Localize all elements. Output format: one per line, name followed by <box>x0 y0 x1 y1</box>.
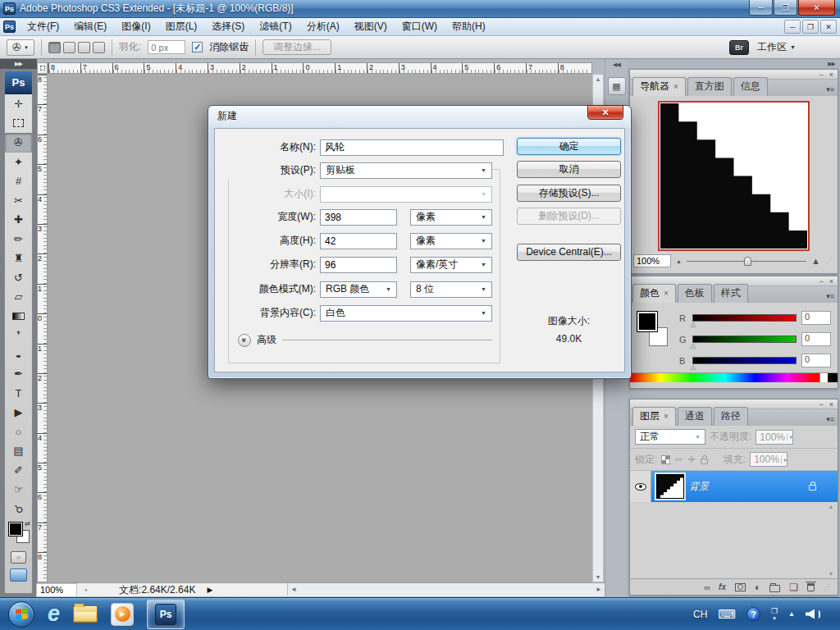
photoshop-taskbar-button[interactable]: Ps <box>147 600 185 629</box>
channel-slider[interactable]: △ <box>692 336 797 343</box>
eye-icon[interactable] <box>635 483 646 491</box>
menu-item[interactable]: 分析(A) <box>299 17 347 36</box>
maximize-button[interactable]: ❐ <box>774 0 797 16</box>
scroll-down-icon[interactable]: ▼ <box>596 574 601 580</box>
lock-transparency-icon[interactable] <box>661 455 670 464</box>
layer-list-empty-area[interactable]: ▲ ▼ <box>630 502 838 578</box>
tab-close-icon[interactable]: × <box>664 289 669 298</box>
pen-tool[interactable]: ✒ <box>5 364 32 384</box>
name-input[interactable] <box>320 139 504 156</box>
status-zoom-input[interactable] <box>37 584 76 596</box>
doc-minimize-button[interactable]: ─ <box>784 20 801 34</box>
slider-thumb-icon[interactable]: △ <box>691 321 696 328</box>
move-tool[interactable]: ✛ <box>5 94 32 114</box>
blur-tool[interactable]: ❜ <box>5 326 32 345</box>
collapse-dock-icon[interactable]: ◀◀ <box>605 59 628 71</box>
collapse-toolbar-icon[interactable]: ▶▶ <box>0 59 37 69</box>
panel-minimize-icon[interactable]: − <box>819 400 823 409</box>
dialog-close-button[interactable]: ✕ <box>587 105 623 120</box>
input-method-indicator[interactable]: CH <box>693 609 707 620</box>
spectrum-white-chip[interactable] <box>819 373 828 382</box>
clone-stamp-tool[interactable]: ♜ <box>5 249 32 268</box>
keyboard-icon[interactable]: ⌨ <box>718 607 736 622</box>
feather-input[interactable] <box>148 40 185 54</box>
healing-brush-tool[interactable]: ✚ <box>5 210 32 230</box>
eyedropper-tool[interactable]: ✐ <box>5 461 32 481</box>
path-selection-tool[interactable]: ▶ <box>5 403 32 422</box>
panel-minimize-icon[interactable]: − <box>819 277 823 285</box>
tab-channels[interactable]: 通道 <box>678 407 712 426</box>
panel-menu-icon[interactable]: ▾≡ <box>826 415 834 423</box>
background-contents-select[interactable]: 白色 ▼ <box>320 305 492 322</box>
width-input[interactable] <box>320 209 397 226</box>
menu-item[interactable]: 文件(F) <box>20 17 66 36</box>
horizontal-ruler[interactable]: 8 7 6 5 4 3 2 1 0 1 2 3 4 5 6 7 8 <box>48 62 592 74</box>
menu-item[interactable]: 图层(L) <box>158 17 205 36</box>
minimize-button[interactable]: ─ <box>749 0 773 16</box>
panel-resize-grip[interactable]: ⋰ <box>825 258 833 265</box>
scroll-up-icon[interactable]: ▲ <box>829 504 834 509</box>
slider-thumb-icon[interactable]: △ <box>691 342 696 349</box>
panel-menu-icon[interactable]: ▾≡ <box>826 85 834 94</box>
tab-info[interactable]: 信息 <box>733 77 768 96</box>
zoom-tool[interactable]: ⚲ <box>5 500 32 519</box>
quick-mask-button[interactable]: ○ <box>11 551 26 564</box>
link-layers-icon[interactable]: ∞ <box>704 582 710 592</box>
tab-close-icon[interactable]: × <box>673 82 678 91</box>
spectrum-ramp[interactable] <box>630 373 819 382</box>
tab-navigator[interactable]: 导航器 × <box>632 77 686 96</box>
type-tool[interactable]: T <box>5 384 32 404</box>
lock-pixels-icon[interactable]: ✏ <box>675 454 682 465</box>
foreground-color-swatch[interactable] <box>637 311 658 332</box>
lock-position-icon[interactable]: ✛ <box>688 454 696 465</box>
color-spectrum-bar[interactable] <box>630 372 838 382</box>
panel-menu-icon[interactable]: ▾≡ <box>826 292 834 300</box>
ruler-origin-box[interactable] <box>37 62 48 74</box>
navigator-zoom-slider[interactable] <box>687 256 806 266</box>
lock-all-icon[interactable] <box>701 459 708 464</box>
foreground-color-swatch[interactable] <box>8 522 23 536</box>
tab-swatches[interactable]: 色板 <box>678 284 712 303</box>
intersect-selection-mode[interactable] <box>93 42 105 53</box>
start-button[interactable] <box>8 601 34 628</box>
ok-button[interactable]: 确定 <box>517 138 621 155</box>
refine-edge-button[interactable]: 调整边缘... <box>262 39 331 55</box>
channel-slider[interactable]: △ <box>692 357 797 364</box>
horizontal-scrollbar[interactable]: ◄ ► <box>287 583 605 596</box>
tab-close-icon[interactable]: × <box>664 412 669 421</box>
resolution-input[interactable] <box>320 257 397 273</box>
panel-close-icon[interactable]: × <box>829 277 833 285</box>
menu-item[interactable]: 编辑(E) <box>66 17 114 36</box>
scroll-right-icon[interactable]: ► <box>596 586 602 593</box>
zoom-in-icon[interactable]: ▲ <box>811 256 820 266</box>
opacity-value[interactable]: 100% ▸ <box>756 430 793 445</box>
height-input[interactable] <box>320 233 397 249</box>
dodge-tool[interactable]: ◒ <box>5 345 32 365</box>
menu-item[interactable]: 窗口(W) <box>395 17 445 36</box>
add-selection-mode[interactable] <box>63 42 75 53</box>
marquee-tool[interactable] <box>5 114 32 134</box>
device-central-button[interactable]: Device Central(E)... <box>517 244 621 261</box>
screen-mode-button[interactable] <box>10 568 27 582</box>
resolution-unit-select[interactable]: 像素/英寸 ▼ <box>410 257 492 273</box>
menu-item[interactable]: 视图(V) <box>347 17 395 36</box>
channel-slider[interactable]: △ <box>692 314 797 322</box>
tab-color[interactable]: 颜色 × <box>632 284 676 303</box>
file-explorer-icon[interactable] <box>73 605 98 623</box>
layers-scrollbar[interactable]: ▲ ▼ <box>826 504 836 577</box>
scroll-left-icon[interactable]: ◄ <box>290 586 297 593</box>
antialias-checkbox[interactable]: ✓ <box>192 42 203 52</box>
save-preset-button[interactable]: 存储预设(S)... <box>517 185 621 202</box>
volume-icon[interactable] <box>806 609 820 619</box>
new-selection-mode[interactable] <box>48 42 61 53</box>
width-unit-select[interactable]: 像素 ▼ <box>410 209 492 226</box>
quick-selection-tool[interactable]: ✦ <box>5 153 32 172</box>
help-tray-icon[interactable]: ? <box>746 607 760 621</box>
menu-item[interactable]: 帮助(H) <box>445 17 493 36</box>
blend-mode-select[interactable]: 正常 ▼ <box>635 429 705 445</box>
hand-tool[interactable]: ☞ <box>5 480 32 500</box>
fill-value[interactable]: 100% ▸ <box>750 452 788 467</box>
menu-item[interactable]: 图像(I) <box>114 17 158 36</box>
active-tool-preset[interactable]: ✇ ▼ <box>7 39 34 56</box>
menu-item[interactable]: 滤镜(T) <box>252 17 299 36</box>
